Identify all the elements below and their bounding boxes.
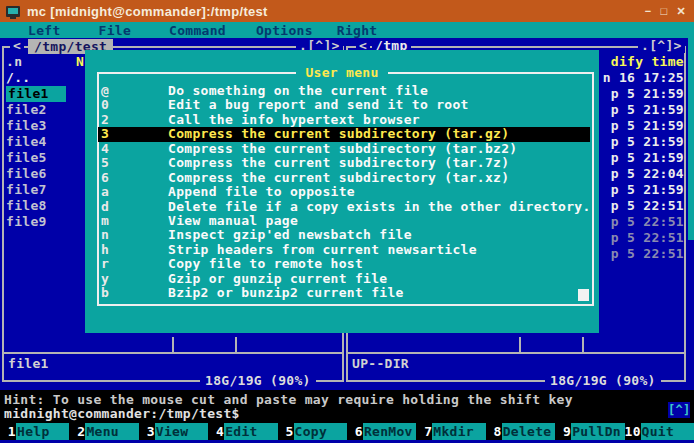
left-panel-free-space: 18G/19G (90%) [200,374,316,388]
hint-line: Hint: To use the mouse cut and paste may… [4,392,573,407]
left-panel-column-tick [235,337,237,353]
bottom-area: Hint: To use the mouse cut and paste may… [0,390,694,443]
left-panel-sort-indicator[interactable]: .n [6,54,22,70]
user-menu-item[interactable]: bBzip2 or bunzip2 current file [85,286,599,300]
file-row[interactable]: file9 [6,214,47,230]
menu-right[interactable]: Right [337,23,378,38]
user-menu-item[interactable]: dDelete file if a copy exists in the oth… [85,200,599,214]
window-title: mc [midnight@commander]:/tmp/test [27,4,268,19]
command-prompt[interactable]: midnight@commander:/tmp/test$ [4,406,240,421]
right-panel-corner-controls[interactable]: .[^]> [638,39,685,53]
dialog-item-list: @Do something on the current file 0Edit … [85,84,599,301]
fkey-quit[interactable]: 10Quit [625,423,694,440]
right-panel-modify-time-header[interactable]: dify time [600,54,684,70]
right-panel-column-tick [519,337,521,353]
user-menu-item-selected[interactable]: 3Compress the current subdirectory (tar.… [85,127,599,141]
fkey-delete[interactable]: 8Delete [486,423,555,440]
left-panel-history-back-icon[interactable]: < [10,39,24,53]
file-row[interactable]: file6 [6,166,47,182]
file-row[interactable]: file3 [6,118,47,134]
fkey-pulldn[interactable]: 9PullDn [555,423,624,440]
file-row[interactable]: file4 [6,134,47,150]
panel-toggle-button[interactable]: [^] [668,402,690,418]
dialog-title: User menu [296,65,387,80]
left-panel-left-border [2,46,4,382]
menu-options[interactable]: Options [256,23,313,38]
fkey-mkdir[interactable]: 7Mkdir [416,423,485,440]
right-panel-right-border [684,46,686,382]
app-monitor-icon [6,6,20,17]
modify-time-cell[interactable]: p 5 21:59 [598,86,684,102]
right-panel-ministatus: UP--DIR [352,356,409,372]
user-menu-item[interactable]: 5Compress the current subdirectory (tar.… [85,156,599,170]
modify-time-cell[interactable]: p 5 21:59 [598,182,684,198]
file-row-selected[interactable]: file1 [6,86,66,102]
file-row[interactable]: file5 [6,150,47,166]
right-panel-free-space: 18G/19G (90%) [545,374,661,388]
menu-command[interactable]: Command [169,23,226,38]
modify-time-cell[interactable]: p 5 21:59 [598,118,684,134]
modify-time-cell[interactable]: p 5 21:59 [598,134,684,150]
file-row[interactable]: file8 [6,198,47,214]
left-panel-ministatus: file1 [8,356,49,372]
modify-time-cell[interactable]: p 5 22:04 [598,166,684,182]
left-panel-name-header[interactable]: N [76,54,84,70]
window-titlebar: mc [midnight@commander]:/tmp/test − □ ✕ [0,0,694,22]
fkey-help[interactable]: 1Help [0,423,69,440]
scrollbar-thumb[interactable] [688,38,694,240]
modify-time-cell[interactable]: n 16 17:25 [598,70,684,86]
minimize-button[interactable]: − [645,5,652,18]
right-panel-separator [348,352,684,354]
fkey-menu[interactable]: 2Menu [69,423,138,440]
maximize-button[interactable]: □ [661,5,668,18]
fkey-view[interactable]: 3View [139,423,208,440]
file-row[interactable]: file2 [6,102,47,118]
menu-left[interactable]: Left [28,23,61,38]
menu-file[interactable]: File [99,23,132,38]
user-menu-item[interactable]: mView manual page [85,214,599,228]
user-menu-item[interactable]: hStrip headers from current newsarticle [85,243,599,257]
scrollbar-track[interactable] [688,240,694,390]
fkey-renmov[interactable]: 6RenMov [347,423,416,440]
user-menu-item[interactable]: aAppend file to opposite [85,185,599,199]
user-menu-item[interactable]: rCopy file to remote host [85,257,599,271]
modify-time-cell[interactable]: p 5 22:51 [598,246,684,262]
menubar: Left File Command Options Right [0,22,694,38]
left-panel-column-tick [172,337,174,353]
user-menu-item[interactable]: 2Call the info hypertext browser [85,113,599,127]
fkey-edit[interactable]: 4Edit [208,423,277,440]
modify-time-cell[interactable]: p 5 22:51 [598,230,684,246]
modify-time-cell[interactable]: p 5 22:51 [598,214,684,230]
user-menu-item[interactable]: @Do something on the current file [85,84,599,98]
user-menu-dialog: User menu @Do something on the current f… [85,50,599,333]
terminal-cursor [578,289,589,301]
file-row[interactable]: file7 [6,182,47,198]
user-menu-item[interactable]: yGzip or gunzip current file [85,272,599,286]
user-menu-item[interactable]: 4Compress the current subdirectory (tar.… [85,142,599,156]
close-button[interactable]: ✕ [676,5,686,18]
user-menu-item[interactable]: 6Compress the current subdirectory (tar.… [85,171,599,185]
fkey-copy[interactable]: 5Copy [278,423,347,440]
modify-time-cell[interactable]: p 5 21:59 [598,102,684,118]
modify-time-cell[interactable]: p 5 21:59 [598,150,684,166]
user-menu-item[interactable]: nInspect gzip'ed newsbatch file [85,228,599,242]
file-row[interactable]: /.. [6,70,30,86]
modify-time-cell[interactable]: p 5 22:51 [598,198,684,214]
user-menu-item[interactable]: 0Edit a bug report and send it to root [85,98,599,112]
function-key-bar: 1Help 2Menu 3View 4Edit 5Copy 6RenMov 7M… [0,423,694,440]
right-panel-column-tick [582,337,584,353]
